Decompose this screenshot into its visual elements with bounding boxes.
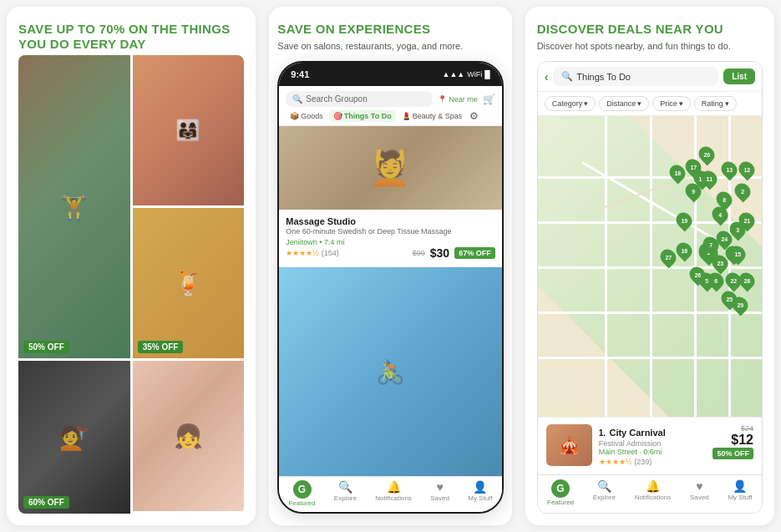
map-pin-28[interactable]: 28 <box>736 270 758 292</box>
photo-grid: 50% OFF 35% OFF 60% OFF <box>18 55 244 514</box>
map-search-icon: 🔍 <box>561 71 573 82</box>
grid-cell-drinks: 35% OFF <box>133 208 245 358</box>
deal-card-rating: ★★★★½ (239) <box>599 458 666 466</box>
search-placeholder: Search Groupon <box>306 94 367 104</box>
road-v1 <box>605 116 607 417</box>
deal-info: 1. City Carnival Festival Admission Main… <box>599 424 753 468</box>
nav-saved[interactable]: ♥ Saved <box>430 480 449 507</box>
discount-badge: 67% OFF <box>454 247 495 259</box>
price-chevron: ▾ <box>679 99 683 108</box>
badge-50off: 50% OFF <box>23 341 69 353</box>
nav-tab-thingstodo[interactable]: 🎯 Things To Do <box>329 110 396 122</box>
deal-thumbnail: 🎪 <box>546 424 592 466</box>
search-row: 🔍 Search Groupon 📍 Near me 🛒 <box>286 91 494 107</box>
map-nav-notifications-label: Notifications <box>635 494 672 501</box>
explore-icon: 🔍 <box>338 480 352 494</box>
deal-stars: ★★★★½ <box>599 458 632 466</box>
card-original-price: $24 <box>713 424 753 433</box>
list-button[interactable]: List <box>723 68 755 84</box>
featured-g-icon: G <box>293 480 312 499</box>
nav-featured[interactable]: G Featured <box>288 480 315 507</box>
map-search-input[interactable]: 🔍 Things To Do <box>553 67 718 86</box>
nav-tab-beauty[interactable]: 💄 Beauty & Spas <box>398 110 467 122</box>
map-pin-19[interactable]: 19 <box>673 210 696 232</box>
deal-type: Festival Admission <box>599 439 666 448</box>
map-nav-saved[interactable]: ♥ Saved <box>690 479 709 506</box>
back-button[interactable]: ‹ <box>545 70 549 84</box>
deal-name: City Carnival <box>609 428 665 438</box>
deal-card-massage[interactable]: Massage Studio One 60-minute Swedish or … <box>279 210 501 267</box>
review-count: (154) <box>322 249 339 257</box>
map-nav-featured[interactable]: G Featured <box>547 479 574 506</box>
road-v2 <box>650 116 652 417</box>
filter-price[interactable]: Price ▾ <box>652 96 691 111</box>
rating-chevron: ▾ <box>725 99 729 108</box>
category-nav: 📦 Goods 🎯 Things To Do 💄 Beauty & Spas ⚙ <box>286 110 494 122</box>
panel2-title: SAVE ON EXPERIENCES <box>277 22 503 37</box>
nav-saved-label: Saved <box>430 494 449 502</box>
grid-cell-fitness: 50% OFF <box>18 55 130 358</box>
panel3-subtitle: Discover hot spots nearby, and fun thing… <box>537 40 763 53</box>
deal-description: One 60-minute Swedish or Deep Tissue Mas… <box>286 227 494 236</box>
deal-distance: Main Street · 0.6mi <box>599 448 666 456</box>
massage-image <box>279 126 501 210</box>
panel1-title: SAVE UP TO 70% ON THE THINGS YOU DO EVER… <box>18 22 244 52</box>
map-notifications-icon: 🔔 <box>646 479 660 493</box>
filter-rating-label: Rating <box>702 99 723 108</box>
filter-price-label: Price <box>660 99 677 108</box>
filter-distance-label: Distance <box>606 99 636 108</box>
category-chevron: ▾ <box>584 99 588 108</box>
nav-mystuff[interactable]: 👤 My Stuff <box>468 480 492 507</box>
battery-icon: █ <box>484 70 489 79</box>
filter-icon[interactable]: ⚙ <box>469 110 479 122</box>
notifications-icon: 🔔 <box>387 480 401 494</box>
filter-rating[interactable]: Rating ▾ <box>694 96 737 111</box>
phone-time: 9:41 <box>291 69 309 79</box>
saved-icon: ♥ <box>436 480 443 494</box>
deal-location: Jeniitown • 7.4 mi <box>286 238 494 246</box>
deal-rating: ★★★★½ (154) <box>286 249 339 257</box>
deal-reviews: (239) <box>634 458 652 466</box>
map-nav-explore-label: Explore <box>593 494 616 501</box>
badge-35off: 35% OFF <box>138 341 184 353</box>
nav-notifications[interactable]: 🔔 Notifications <box>375 480 412 507</box>
stars: ★★★★½ <box>286 249 319 257</box>
map-nav-saved-label: Saved <box>690 494 709 501</box>
map-nav-notifications[interactable]: 🔔 Notifications <box>635 479 672 506</box>
map-nav-explore[interactable]: 🔍 Explore <box>593 479 616 506</box>
map-bottom-nav: G Featured 🔍 Explore 🔔 Notifications ♥ S… <box>538 474 762 513</box>
goods-icon: 📦 <box>290 112 299 120</box>
phone-bottom-nav: G Featured 🔍 Explore 🔔 Notifications ♥ S… <box>279 476 501 512</box>
cycling-image <box>279 267 501 476</box>
map-view[interactable]: 1234567891011121314151617181920212223242… <box>538 116 762 417</box>
filter-distance[interactable]: Distance ▾ <box>599 96 649 111</box>
thingstodo-icon: 🎯 <box>333 112 342 120</box>
cart-icon[interactable]: 🛒 <box>483 94 495 105</box>
filter-category[interactable]: Category ▾ <box>545 96 596 111</box>
filter-category-label: Category <box>552 99 583 108</box>
panel2-subtitle: Save on salons, restaurants, yoga, and m… <box>277 40 503 53</box>
map-featured-g-icon: G <box>551 479 570 498</box>
nav-tab-goods[interactable]: 📦 Goods <box>286 110 327 122</box>
search-input[interactable]: 🔍 Search Groupon <box>286 91 433 107</box>
signal-icon: ▲▲▲ <box>443 70 465 79</box>
map-screen: ‹ 🔍 Things To Do List Category ▾ Distanc… <box>537 61 763 514</box>
map-pin-2[interactable]: 2 <box>731 180 753 202</box>
map-bottom-card[interactable]: 🎪 1. City Carnival Festival Admission Ma… <box>538 417 762 474</box>
deal-number: 1. <box>599 428 606 438</box>
nav-explore[interactable]: 🔍 Explore <box>334 480 357 507</box>
thingstodo-label: Things To Do <box>344 112 392 120</box>
grid-cell-family <box>133 55 245 205</box>
map-saved-icon: ♥ <box>696 479 702 493</box>
app-container: SAVE UP TO 70% ON THE THINGS YOU DO EVER… <box>0 0 781 532</box>
badge-60off: 60% OFF <box>23 496 69 509</box>
map-explore-icon: 🔍 <box>597 479 611 493</box>
map-nav-mystuff-label: My Stuff <box>728 494 752 501</box>
map-nav-mystuff[interactable]: 👤 My Stuff <box>728 479 752 506</box>
panel-savings: SAVE UP TO 70% ON THE THINGS YOU DO EVER… <box>7 7 256 525</box>
original-price: $90 <box>413 249 425 257</box>
near-me-button[interactable]: 📍 Near me <box>438 95 478 104</box>
phone-mockup: 9:41 ▲▲▲ WiFi █ 🔍 Search Groupon <box>277 61 503 514</box>
goods-label: Goods <box>301 112 323 120</box>
wifi-icon: WiFi <box>467 70 482 79</box>
